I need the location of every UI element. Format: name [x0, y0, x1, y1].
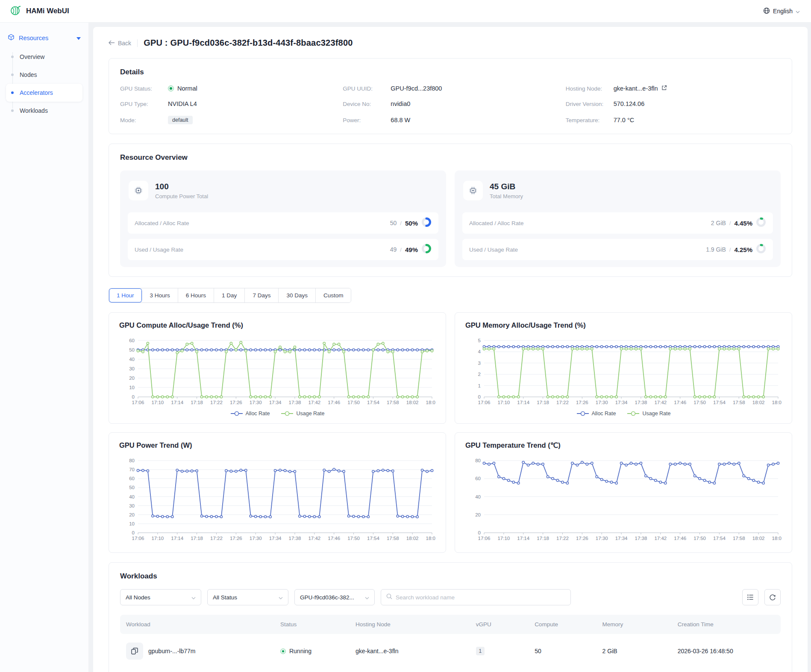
- svg-text:17:46: 17:46: [674, 536, 686, 541]
- svg-text:30: 30: [129, 366, 135, 371]
- language-label: English: [773, 8, 793, 15]
- total-memory-card: 45 GiB Total Memory Allocated / Alloc Ra…: [455, 170, 781, 267]
- memory-total-value: 45 GiB: [490, 182, 523, 191]
- bullet-icon: [11, 109, 14, 112]
- svg-text:70: 70: [129, 467, 135, 472]
- svg-text:20: 20: [129, 512, 135, 517]
- svg-text:5: 5: [478, 338, 481, 343]
- workload-compute: 50: [529, 639, 596, 663]
- resources-icon: [8, 34, 15, 42]
- refresh-button[interactable]: [764, 589, 781, 605]
- time-range-1-day[interactable]: 1 Day: [214, 288, 245, 302]
- workload-search[interactable]: [381, 589, 571, 605]
- svg-text:17:54: 17:54: [367, 400, 379, 405]
- workload-name[interactable]: gpuburn-...-lb77m: [148, 648, 196, 654]
- time-range-30-days[interactable]: 30 Days: [279, 288, 316, 302]
- caret-down-icon: [76, 35, 81, 41]
- svg-text:17:42: 17:42: [308, 536, 320, 541]
- time-range-3-hours[interactable]: 3 Hours: [142, 288, 178, 302]
- compute-total-value: 100: [155, 182, 208, 191]
- svg-text:1: 1: [478, 383, 481, 388]
- legend-item[interactable]: Usage Rate: [281, 411, 324, 417]
- svg-text:17:30: 17:30: [596, 400, 608, 405]
- compute-trend-card: GPU Compute Alloc/Usage Trend (%) 010203…: [109, 312, 446, 424]
- time-range-7-days[interactable]: 7 Days: [245, 288, 279, 302]
- sidebar-item-nodes[interactable]: Nodes: [6, 66, 82, 84]
- svg-text:17:42: 17:42: [308, 400, 320, 405]
- svg-text:17:10: 17:10: [497, 536, 510, 541]
- power-value: 68.8 W: [391, 117, 410, 123]
- compute-allocated-row: Allocated / Alloc Rate 50 / 50%: [128, 212, 438, 234]
- status-running-icon: [280, 649, 286, 654]
- alloc-rate-donut: [421, 217, 432, 229]
- svg-text:17:22: 17:22: [556, 400, 569, 405]
- sidebar-section-label: Resources: [19, 35, 48, 41]
- time-range-1-hour[interactable]: 1 Hour: [109, 288, 142, 302]
- sidebar-item-workloads[interactable]: Workloads: [6, 102, 82, 120]
- svg-text:17:14: 17:14: [171, 400, 183, 405]
- svg-text:17:46: 17:46: [674, 400, 686, 405]
- field-driver-version: Driver Version: 570.124.06: [566, 100, 781, 107]
- svg-text:0: 0: [132, 394, 135, 399]
- svg-text:18:02: 18:02: [752, 536, 765, 541]
- arrow-left-icon: [109, 40, 115, 47]
- back-label: Back: [118, 40, 131, 47]
- sidebar-item-accelerators[interactable]: Accelerators: [6, 84, 82, 102]
- field-device-no: Device No: nvidia0: [343, 100, 558, 107]
- gpu-filter-select[interactable]: GPU-f9cd036c-382...: [294, 589, 375, 605]
- svg-text:17:10: 17:10: [151, 400, 164, 405]
- sidebar-item-label: Overview: [20, 53, 44, 60]
- details-title: Details: [120, 68, 781, 76]
- page-header: Back GPU : GPU-f9cd036c-382f-b13d-443f-8…: [109, 38, 792, 48]
- language-switcher[interactable]: English: [763, 7, 800, 15]
- compute-chip-icon: [129, 181, 148, 200]
- svg-text:17:06: 17:06: [478, 400, 491, 405]
- field-gpu-uuid: GPU UUID: GPU-f9cd...23f800: [343, 85, 558, 92]
- time-range-6-hours[interactable]: 6 Hours: [178, 288, 214, 302]
- time-range-selector: 1 Hour 3 Hours 6 Hours 1 Day 7 Days 30 D…: [109, 288, 351, 303]
- nodes-filter-select[interactable]: All Nodes: [120, 589, 201, 605]
- sidebar-item-label: Accelerators: [20, 89, 53, 96]
- chevron-down-icon: [365, 594, 369, 601]
- svg-text:17:26: 17:26: [230, 400, 242, 405]
- chart-title: GPU Temperature Trend (℃): [465, 441, 782, 449]
- sidebar-item-resources[interactable]: Resources: [0, 29, 88, 47]
- bullet-icon: [11, 56, 14, 58]
- svg-text:17:38: 17:38: [289, 400, 301, 405]
- top-bar: HAMi WebUI English: [0, 0, 811, 23]
- svg-text:17:34: 17:34: [615, 536, 628, 541]
- svg-text:17:42: 17:42: [654, 400, 667, 405]
- time-range-custom[interactable]: Custom: [316, 288, 351, 302]
- chart-title: GPU Memory Alloc/Usage Trend (%): [465, 321, 782, 329]
- workload-creation-time: 2026-03-26 16:48:50: [672, 639, 781, 663]
- usage-rate-donut: [421, 244, 432, 255]
- svg-text:17:46: 17:46: [328, 400, 340, 405]
- status-filter-select[interactable]: All Status: [207, 589, 288, 605]
- svg-text:17:10: 17:10: [151, 536, 164, 541]
- svg-text:17:18: 17:18: [537, 536, 549, 541]
- sidebar-item-overview[interactable]: Overview: [6, 48, 82, 66]
- table-row[interactable]: gpuburn-...-lb77m Running gke-kant...e-3…: [120, 634, 781, 668]
- back-button[interactable]: Back: [109, 40, 131, 47]
- legend-item[interactable]: Alloc Rate: [576, 411, 616, 417]
- details-card: Details GPU Status: Normal GPU UUID: GPU…: [109, 58, 792, 134]
- svg-text:0: 0: [478, 530, 481, 535]
- driver-version-value: 570.124.06: [614, 100, 645, 107]
- legend-item[interactable]: Alloc Rate: [230, 411, 270, 417]
- svg-text:17:18: 17:18: [191, 400, 203, 405]
- sidebar-submenu: Overview Nodes Accelerators Workloads: [0, 48, 88, 120]
- external-link-icon[interactable]: [661, 85, 667, 92]
- workload-status: Running: [289, 648, 311, 654]
- svg-text:17:18: 17:18: [191, 536, 203, 541]
- svg-text:17:30: 17:30: [250, 400, 262, 405]
- svg-text:17:38: 17:38: [635, 536, 647, 541]
- svg-text:17:50: 17:50: [693, 536, 706, 541]
- temperature-value: 77.0 °C: [614, 117, 635, 123]
- svg-text:20: 20: [475, 512, 481, 517]
- svg-text:60: 60: [129, 476, 135, 481]
- workloads-card: Workloads All Nodes All Status: [109, 562, 792, 672]
- legend-item[interactable]: Usage Rate: [627, 411, 670, 417]
- bullet-icon: [11, 91, 14, 94]
- search-input[interactable]: [396, 594, 565, 601]
- column-settings-button[interactable]: [742, 589, 758, 605]
